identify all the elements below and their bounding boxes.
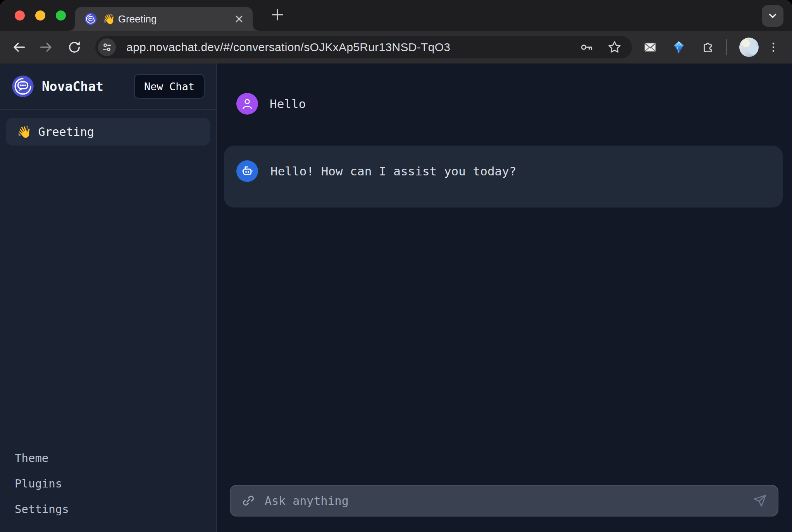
- conversation-list: 👋 Greeting: [0, 110, 216, 146]
- new-chat-button[interactable]: New Chat: [134, 74, 205, 99]
- traffic-lights: [15, 10, 66, 21]
- forward-button[interactable]: [37, 38, 56, 57]
- tab-list-chevron-icon: [766, 9, 779, 22]
- novachat-logo-icon: [12, 75, 34, 98]
- assistant-message: Hello! How can I assist you today?: [224, 146, 783, 208]
- mail-extension-icon[interactable]: [643, 40, 658, 55]
- sidebar-item-settings[interactable]: Settings: [15, 503, 201, 516]
- sidebar-footer: Theme Plugins Settings: [0, 451, 216, 532]
- new-tab-plus-icon: [271, 8, 284, 21]
- sidebar-item-plugins[interactable]: Plugins: [15, 477, 201, 490]
- forward-icon: [39, 39, 54, 55]
- message-input[interactable]: [265, 494, 744, 508]
- toolbar-separator: [726, 39, 727, 55]
- diamond-extension-icon[interactable]: [671, 40, 686, 55]
- composer-input-box[interactable]: [230, 485, 778, 517]
- assistant-message-text: Hello! How can I assist you today?: [270, 164, 517, 178]
- address-bar[interactable]: app.novachat.dev/#/conversation/sOJKxAp5…: [95, 36, 632, 58]
- message-list: Hello Hello! How can I assist you today?: [217, 63, 792, 485]
- assistant-avatar: [236, 160, 258, 182]
- tab-close-button[interactable]: [232, 12, 246, 26]
- tab-list-button[interactable]: [762, 5, 783, 27]
- close-icon: [234, 14, 244, 24]
- site-settings-icon: [101, 41, 113, 53]
- sidebar-header: NovaChat New Chat: [0, 63, 216, 110]
- user-message-text: Hello: [270, 97, 306, 111]
- novachat-app: NovaChat New Chat 👋 Greeting Theme Plugi…: [0, 63, 792, 532]
- link-icon[interactable]: [241, 494, 255, 508]
- browser-toolbar: app.novachat.dev/#/conversation/sOJKxAp5…: [0, 31, 792, 63]
- conversation-item-greeting[interactable]: 👋 Greeting: [6, 118, 210, 146]
- close-window-button[interactable]: [15, 10, 25, 21]
- kebab-menu-icon: [767, 41, 780, 54]
- app-title: NovaChat: [42, 79, 103, 94]
- user-avatar-icon: [239, 96, 255, 112]
- url-text[interactable]: app.novachat.dev/#/conversation/sOJKxAp5…: [126, 41, 579, 54]
- tab-title: 👋 Greeting: [103, 13, 232, 25]
- reload-button[interactable]: [65, 38, 84, 57]
- site-settings-button[interactable]: [98, 38, 116, 56]
- sidebar: NovaChat New Chat 👋 Greeting Theme Plugi…: [0, 63, 217, 532]
- brand: NovaChat: [12, 75, 103, 98]
- profile-avatar[interactable]: [739, 38, 759, 57]
- key-icon[interactable]: [579, 40, 594, 55]
- star-icon[interactable]: [607, 40, 622, 55]
- sidebar-item-theme[interactable]: Theme: [15, 451, 201, 465]
- conversation-title: Greeting: [38, 125, 94, 139]
- browser-window: 👋 Greeting: [0, 0, 792, 532]
- zoom-window-button[interactable]: [56, 10, 66, 21]
- back-button[interactable]: [9, 38, 28, 57]
- puzzle-extensions-icon[interactable]: [700, 40, 715, 55]
- user-message: Hello: [224, 93, 783, 115]
- novachat-logo-icon: [84, 13, 97, 25]
- tab-strip: 👋 Greeting: [0, 0, 792, 31]
- robot-avatar-icon: [239, 163, 255, 179]
- user-avatar: [236, 93, 258, 115]
- send-icon[interactable]: [753, 493, 768, 508]
- back-icon: [11, 39, 26, 55]
- chat-main: Hello Hello! How can I assist you today?: [217, 63, 792, 532]
- extension-icons: [643, 40, 715, 55]
- reload-icon: [67, 39, 82, 55]
- new-tab-button[interactable]: [269, 6, 286, 23]
- browser-menu-button[interactable]: [765, 39, 782, 56]
- minimize-window-button[interactable]: [35, 10, 45, 21]
- composer: [217, 485, 792, 532]
- sidebar-spacer: [0, 146, 216, 451]
- wave-emoji: 👋: [17, 125, 31, 139]
- browser-tab-greeting[interactable]: 👋 Greeting: [75, 7, 253, 31]
